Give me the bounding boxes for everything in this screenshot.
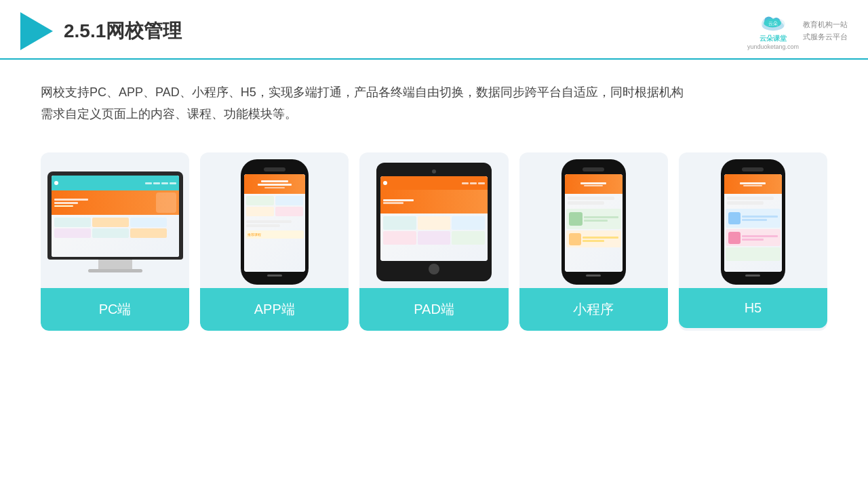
card-pad-image	[359, 152, 508, 288]
brand-tagline: 教育机构一站 式服务云平台	[803, 19, 848, 43]
page-header: 2.5.1网校管理 云朵 云朵课堂 yunduoketang.com	[0, 0, 868, 60]
miniapp-phone-icon	[561, 159, 626, 285]
app-phone-icon: 推荐课程	[241, 159, 309, 285]
card-app: 推荐课程 APP端	[200, 152, 349, 331]
pc-monitor-icon	[47, 171, 183, 272]
logo-triangle-icon	[20, 12, 53, 50]
header-right: 云朵 云朵课堂 yunduoketang.com 教育机构一站 式服务云平台	[747, 12, 848, 50]
brand-logo: 云朵 云朵课堂 yunduoketang.com 教育机构一站 式服务云平台	[747, 12, 848, 50]
card-miniapp-image	[519, 152, 668, 288]
card-pad: PAD端	[359, 152, 508, 331]
card-h5: H5	[679, 152, 827, 331]
card-app-label: APP端	[200, 288, 349, 331]
card-miniapp: 小程序	[519, 152, 668, 331]
header-left: 2.5.1网校管理	[20, 12, 182, 50]
card-app-image: 推荐课程	[200, 152, 349, 288]
brand-url: yunduoketang.com	[747, 43, 799, 50]
cloud-logo-icon: 云朵 云朵课堂 yunduoketang.com	[747, 12, 799, 50]
card-pc-image	[41, 152, 189, 288]
brand-name-text: 云朵课堂	[760, 34, 787, 43]
h5-phone-icon	[721, 159, 785, 285]
card-pad-label: PAD端	[359, 288, 508, 331]
platform-cards: PC端	[0, 139, 868, 351]
pad-tablet-icon	[376, 163, 492, 281]
card-miniapp-label: 小程序	[519, 288, 668, 331]
card-h5-label: H5	[679, 288, 827, 328]
page-title: 2.5.1网校管理	[64, 18, 182, 44]
card-h5-image	[679, 152, 827, 288]
svg-text:云朵: 云朵	[768, 21, 778, 26]
card-pc-label: PC端	[41, 288, 189, 331]
description-text: 网校支持PC、APP、PAD、小程序、H5，实现多端打通，产品各终端自由切换，数…	[0, 60, 868, 139]
card-pc: PC端	[41, 152, 189, 331]
